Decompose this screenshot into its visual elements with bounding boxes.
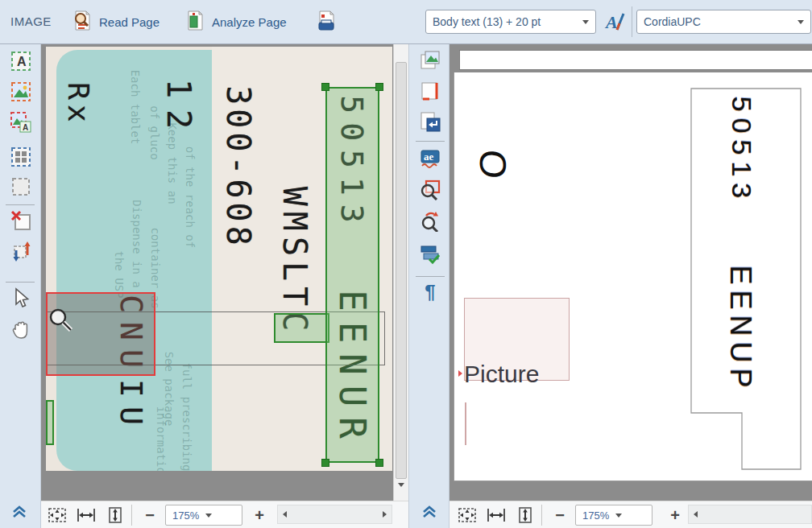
save-send-button[interactable] xyxy=(314,10,338,37)
draw-text-region-button[interactable]: A xyxy=(10,50,32,72)
ghost-text-line: of the reach of xyxy=(184,146,197,248)
cursor-arrow-icon xyxy=(10,287,31,308)
page-top-strip xyxy=(459,50,812,70)
scroll-thumb[interactable] xyxy=(396,62,407,479)
fit-height-button[interactable] xyxy=(104,505,126,525)
image-zoom-bar: − 175% + xyxy=(41,501,408,528)
next-error-button[interactable] xyxy=(419,179,441,201)
zoom-out-button[interactable]: − xyxy=(549,505,571,525)
analyze-page-button[interactable]: Analyze Page xyxy=(184,10,287,33)
hand-pan-tool-button[interactable] xyxy=(10,319,32,341)
verify-text-icon xyxy=(420,243,441,264)
verify-text-button[interactable] xyxy=(419,242,441,265)
collapse-toolbar-button[interactable] xyxy=(10,505,28,522)
region-handle-ne[interactable] xyxy=(375,83,383,91)
zoom-level-dropdown[interactable]: 175% xyxy=(165,505,242,526)
collapse-toolbar-button[interactable] xyxy=(420,505,438,522)
reorder-regions-icon xyxy=(10,241,31,262)
zoom-level-dropdown[interactable]: 175% xyxy=(575,505,652,526)
picture-region-icon xyxy=(10,81,31,102)
magnifier-cursor-icon xyxy=(46,306,77,336)
image-horizontal-scrollbar[interactable] xyxy=(277,505,392,524)
ghost-text-line: full prescribing xyxy=(180,363,193,471)
zoombar-separator xyxy=(131,505,132,526)
ghost-text-line: Dispense in a xyxy=(130,200,143,288)
zoombar-separator xyxy=(541,505,542,526)
svg-text:ae: ae xyxy=(424,151,434,163)
fit-height-icon xyxy=(106,507,125,523)
recognized-text-lot[interactable]: 50513 xyxy=(726,97,757,205)
region-handle-nw[interactable] xyxy=(321,83,329,91)
tool-separator xyxy=(6,282,35,283)
paragraph-style-dropdown[interactable]: Body text (13) + 20 pt xyxy=(425,10,596,34)
recognized-text-page[interactable]: O 50513 EENUP Picture xyxy=(454,72,812,481)
green-region-sliver[interactable] xyxy=(46,400,54,445)
read-page-button[interactable]: Read Page xyxy=(71,10,160,33)
chevrons-up-icon xyxy=(420,505,438,518)
svg-text:A: A xyxy=(17,55,27,68)
chevron-down-icon xyxy=(582,20,589,24)
top-toolbar: IMAGE Read Page xyxy=(0,0,812,44)
draw-recognition-region-button[interactable] xyxy=(10,175,32,198)
font-properties-button[interactable]: A xyxy=(601,10,627,34)
green-region-small[interactable] xyxy=(274,313,329,343)
fit-page-button[interactable] xyxy=(456,505,478,525)
recognized-char-o[interactable]: O xyxy=(471,148,515,180)
pilcrow-icon: ¶ xyxy=(425,281,435,303)
image-section-label: IMAGE xyxy=(10,14,52,28)
zoom-out-button[interactable]: − xyxy=(139,505,161,525)
draw-table-region-button[interactable] xyxy=(10,146,32,168)
zoom-level-value: 175% xyxy=(582,509,609,522)
read-page-icon xyxy=(71,10,93,35)
fit-height-button[interactable] xyxy=(514,505,536,525)
label-text-count: 12 xyxy=(160,79,197,140)
insert-picture-button[interactable] xyxy=(419,49,441,72)
frame-edge-line xyxy=(465,402,466,445)
text-editor-viewer[interactable]: O 50513 EENUP Picture xyxy=(450,44,812,501)
scanned-label-photo[interactable]: Each tablet of gluco Keep this an of the… xyxy=(46,47,392,471)
fit-page-button[interactable] xyxy=(46,505,68,525)
zoom-in-button[interactable]: + xyxy=(248,505,271,525)
hand-icon xyxy=(10,320,31,340)
reorder-regions-button[interactable] xyxy=(10,240,32,262)
formatting-marks-button[interactable]: ¶ xyxy=(419,281,441,303)
printer-page-icon xyxy=(314,23,338,36)
recognized-text-name[interactable]: EENUP xyxy=(723,265,757,393)
read-page-label: Read Page xyxy=(99,15,160,29)
draw-picture-region-button[interactable] xyxy=(10,80,32,103)
table-region-icon xyxy=(10,146,31,167)
scroll-left-arrow[interactable] xyxy=(694,511,698,518)
fit-height-icon xyxy=(516,507,535,523)
image-viewer[interactable]: Each tablet of gluco Keep this an of the… xyxy=(41,44,393,501)
zoom-in-button[interactable]: + xyxy=(664,505,686,525)
fit-width-button[interactable] xyxy=(75,505,97,525)
line-break-button[interactable] xyxy=(419,110,441,133)
selection-tool-button[interactable] xyxy=(10,287,32,309)
page-borders-button[interactable] xyxy=(419,80,441,102)
fit-width-button[interactable] xyxy=(485,505,508,525)
text-horizontal-scrollbar[interactable] xyxy=(688,505,812,524)
page-borders-icon xyxy=(420,80,441,101)
font-name-dropdown[interactable]: CordiaUPC xyxy=(636,10,811,34)
find-replace-button[interactable] xyxy=(419,210,441,233)
find-replace-icon xyxy=(420,211,441,232)
label-text-drug-bottom: IU xyxy=(114,379,149,434)
delete-region-button[interactable] xyxy=(10,209,32,232)
label-text-code: 300-608 xyxy=(220,85,257,250)
draw-background-picture-region-button[interactable]: A xyxy=(10,111,32,134)
scroll-right-arrow[interactable] xyxy=(383,511,387,518)
app-window: IMAGE Read Page xyxy=(0,0,812,528)
region-handle-sw[interactable] xyxy=(321,459,329,467)
analyze-page-label: Analyze Page xyxy=(212,15,287,29)
tool-separator xyxy=(6,204,35,205)
green-text-region[interactable] xyxy=(325,87,379,463)
check-spelling-button[interactable]: ae xyxy=(419,147,441,170)
image-vertical-scrollbar[interactable] xyxy=(393,44,408,501)
recognition-region-icon xyxy=(10,176,31,197)
toolbar-separator xyxy=(632,6,632,37)
scroll-down-arrow[interactable] xyxy=(398,487,404,501)
region-handle-se[interactable] xyxy=(375,459,383,467)
spell-check-icon: ae xyxy=(420,148,441,169)
svg-text:A: A xyxy=(23,123,28,132)
scroll-left-arrow[interactable] xyxy=(283,511,287,518)
